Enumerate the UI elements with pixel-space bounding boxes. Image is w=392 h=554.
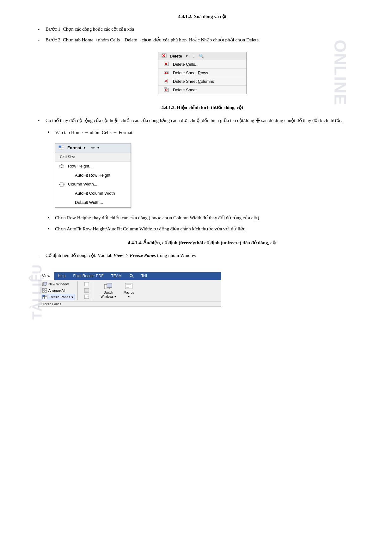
macros-icon: [124, 283, 133, 290]
tab-search-icon[interactable]: [126, 272, 138, 280]
format-pencil-icon: ✏: [91, 145, 95, 151]
menu-item-delete-cells[interactable]: Delete Cells...: [158, 60, 246, 69]
format-grid-icon: [58, 145, 65, 150]
format-pencil-arrow: ▾: [97, 145, 99, 151]
new-window-label: New Window: [48, 282, 69, 286]
svg-rect-20: [61, 148, 64, 149]
menu-find-icon: 🔍: [199, 54, 204, 58]
svg-rect-17: [59, 146, 61, 148]
ribbon-body: New Window Arrange All: [38, 280, 221, 301]
freeze-panes-label: Freeze Panes ▾: [49, 295, 73, 299]
svg-rect-18: [61, 146, 64, 148]
svg-point-31: [130, 274, 132, 277]
bullet-dot: •: [47, 224, 54, 234]
svg-rect-19: [59, 148, 61, 149]
tab-team[interactable]: TEAM: [107, 272, 126, 280]
format-menu: Format ▾ ✏ ▾ Cell Size: [55, 143, 131, 208]
svg-marker-28: [59, 184, 60, 185]
menu-header: Delete ▾ ↓ 🔍: [158, 52, 246, 60]
list-item: - Bước 2: Chọn tab Home→nhóm Cells→Delet…: [38, 36, 367, 44]
page-break-button[interactable]: [83, 294, 90, 300]
section-443: 4.4.1.3. Hiệu chỉnh kích thước dòng, cột…: [38, 104, 367, 233]
menu-item-label: Delete Cells...: [173, 62, 199, 67]
arrange-all-button[interactable]: Arrange All: [41, 288, 75, 293]
menu-item-autofit-col[interactable]: AutoFit Column Width: [55, 189, 131, 198]
freeze-panes-footer-label: Freeze Panes: [41, 302, 61, 306]
tab-help[interactable]: Help: [54, 272, 70, 280]
section-444: 4.4.1.4. Ẩn/hiện, cố định (freeze)/thôi …: [38, 239, 367, 307]
menu-item-col-width[interactable]: Column Width...: [55, 180, 131, 189]
bullet-text: Cố định tiêu đề dòng, cột: Vào tab View …: [46, 252, 196, 259]
section-443-bullets2: • Chọn Row Height: thay đổi chiều cao củ…: [38, 214, 367, 234]
page-break-icon: [84, 295, 89, 299]
format-menu-container: Format ▾ ✏ ▾ Cell Size: [55, 139, 133, 211]
menu-item-label: AutoFit Row Height: [68, 172, 110, 179]
arrange-all-icon: [42, 288, 47, 293]
freeze-panes-icon: [42, 295, 47, 299]
macros-sublabel: ▾: [128, 295, 130, 298]
menu-item-row-height[interactable]: Row Height...: [55, 162, 131, 171]
section-442: 4.4.1.2. Xoá dòng và cột - Bước 1: Chọn …: [38, 13, 367, 98]
normal-view-icon: [84, 282, 89, 286]
format-dropdown-arrow: ▾: [84, 145, 86, 151]
section-442-title: 4.4.1.2. Xoá dòng và cột: [38, 13, 367, 20]
svg-rect-36: [45, 289, 47, 290]
menu-item-label: Delete Sheet: [173, 88, 197, 92]
section-443-sub-bullets: • Vào tab Home → nhóm Cells → Format.: [38, 129, 367, 211]
dash: -: [38, 25, 44, 33]
tab-foxit[interactable]: Foxit Reader PDF: [69, 272, 107, 280]
new-window-button[interactable]: New Window: [41, 281, 75, 287]
search-icon: [129, 274, 134, 278]
bullet-text: Chọn AutoFit Row Height/AutoFit Column W…: [55, 225, 247, 233]
switch-windows-label: Switch: [104, 291, 113, 294]
switch-windows-sublabel: Windows ▾: [101, 295, 116, 298]
menu-search-icon: ↓: [193, 54, 195, 58]
dash: -: [38, 252, 44, 259]
menu-item-delete-sheet[interactable]: Delete Sheet: [158, 86, 246, 94]
ribbon-tab-bar: View Help Foxit Reader PDF TEAM Tell: [38, 272, 221, 280]
svg-rect-37: [42, 291, 44, 292]
page-layout-button[interactable]: [83, 288, 90, 293]
svg-rect-14: [164, 88, 167, 89]
menu-item-label: Delete Sheet Rows: [173, 70, 208, 75]
section-443-main-bullets: - Có thể thay đổi độ rộng của cột hoặc c…: [38, 116, 367, 125]
svg-rect-43: [84, 282, 89, 286]
freeze-panes-button[interactable]: Freeze Panes ▾: [41, 294, 75, 300]
svg-rect-34: [44, 282, 47, 285]
delete-cols-icon: 列: [163, 79, 170, 84]
delete-menu-container: Delete ▾ ↓ 🔍 Delete Cells...: [38, 48, 367, 98]
delete-sheet-icon: [163, 87, 170, 92]
tab-view[interactable]: View: [38, 272, 54, 280]
section-442-steps: - Bước 1: Chọn các dòng hoặc các cột cần…: [38, 25, 367, 44]
delete-cells-icon: [163, 62, 170, 67]
delete-rows-icon: [163, 70, 170, 75]
bullet-text: Có thể thay đổi độ rộng của cột hoặc chi…: [46, 116, 342, 125]
arrange-all-label: Arrange All: [48, 289, 65, 292]
switch-windows-icon: [104, 283, 113, 290]
view-layout-group: [80, 281, 93, 300]
tab-tell[interactable]: Tell: [138, 272, 151, 280]
menu-item-delete-cols[interactable]: 列 Delete Sheet Columns: [158, 77, 246, 86]
macros-button[interactable]: Macros ▾: [121, 281, 137, 300]
menu-item-default-width[interactable]: Default Width...: [55, 198, 131, 207]
menu-item-label: AutoFit Column Width: [68, 190, 115, 197]
page-layout-icon: [84, 288, 89, 293]
svg-rect-49: [107, 283, 112, 288]
step-text: Bước 2: Chọn tab Home→nhóm Cells→Delete→…: [46, 36, 260, 44]
section-443-title: 4.4.1.3. Hiệu chỉnh kích thước dòng, cột: [38, 104, 367, 111]
list-item: • Chọn Row Height: thay đổi chiều cao củ…: [47, 214, 367, 222]
format-menu-header: Format ▾ ✏ ▾: [55, 143, 131, 153]
menu-item-delete-rows[interactable]: Delete Sheet Rows: [158, 69, 246, 77]
list-item: - Có thể thay đổi độ rộng của cột hoặc c…: [38, 116, 367, 125]
menu-item-label: Delete Sheet Columns: [173, 79, 214, 84]
svg-marker-30: [64, 184, 64, 185]
menu-item-autofit-row[interactable]: AutoFit Row Height: [55, 171, 131, 180]
ribbon-footer: Freeze Panes: [38, 301, 221, 307]
menu-header-title: Delete: [170, 54, 182, 58]
normal-view-button[interactable]: [83, 281, 90, 287]
switch-macros-group: Switch Windows ▾ Macros ▾: [96, 281, 137, 300]
svg-rect-35: [42, 289, 44, 290]
list-item: - Bước 1: Chọn các dòng hoặc các cột cần…: [38, 25, 367, 33]
col-width-icon: [58, 182, 65, 187]
switch-windows-button[interactable]: Switch Windows ▾: [98, 281, 119, 300]
